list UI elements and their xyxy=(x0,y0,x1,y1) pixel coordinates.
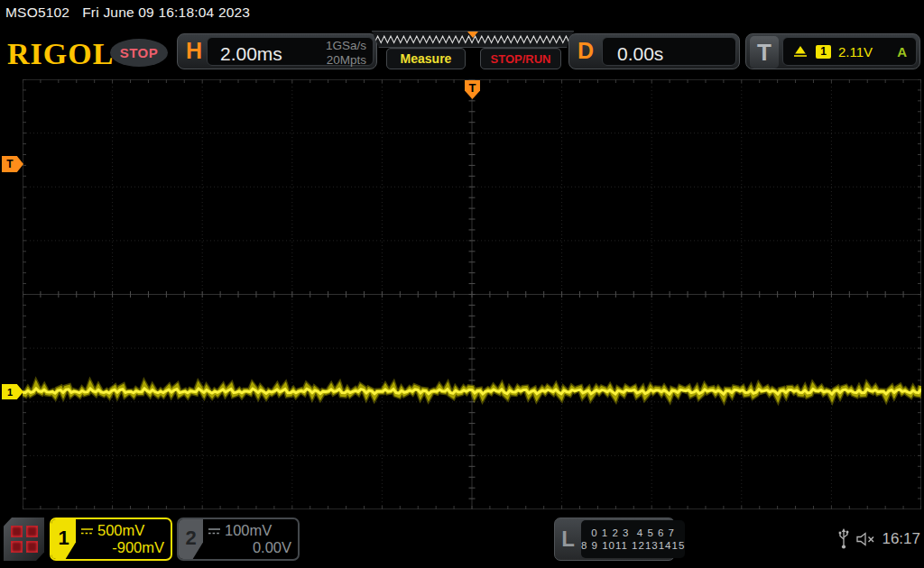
channel1-offset: -900mV xyxy=(80,539,164,556)
menu-grid-square xyxy=(11,541,23,553)
preview-trigger-position-icon[interactable] xyxy=(467,32,478,38)
channel1-info: 500mV -900mV xyxy=(76,519,171,559)
usb-icon[interactable] xyxy=(837,527,850,551)
delay-inner-panel: 0.00s xyxy=(602,37,736,66)
speaker-muted-icon[interactable] xyxy=(856,532,875,546)
horizontal-label: H xyxy=(186,38,202,64)
trigger-inner-panel: 1 2.11V A xyxy=(782,37,917,66)
channel1-widget[interactable]: 1 500mV -900mV xyxy=(50,518,172,561)
timebase-value: 2.00ms xyxy=(220,43,282,65)
delay-label: D xyxy=(578,38,594,64)
menu-grid-square xyxy=(26,526,38,537)
trigger-level-value: 2.11V xyxy=(838,44,873,60)
horizontal-inner-panel: 2.00ms 1GSa/s 20Mpts xyxy=(207,37,374,66)
menu-grid-square xyxy=(26,541,38,553)
delay-widget[interactable]: D 0.00s xyxy=(568,33,740,69)
trigger-sweep-mode: A xyxy=(897,44,907,60)
stop-run-button[interactable]: STOP/RUN xyxy=(480,48,561,69)
channel2-number-tab: 2 xyxy=(179,519,203,559)
channel2-info: 100mV 0.00V xyxy=(203,519,298,559)
menu-grid-square xyxy=(11,526,23,537)
status-bar: MSO5102Fri June 09 16:18:04 2023 xyxy=(5,5,250,21)
delay-value: 0.00s xyxy=(617,43,663,65)
dc-coupling-icon xyxy=(80,527,94,536)
measure-button[interactable]: Measure xyxy=(386,48,466,69)
menu-grid-icon[interactable] xyxy=(4,518,44,561)
trigger-label: T xyxy=(750,36,779,69)
rising-edge-trigger-icon xyxy=(792,44,808,59)
datetime: Fri June 09 16:18:04 2023 xyxy=(82,5,250,20)
graticule xyxy=(23,79,921,509)
waveform-preview-strip[interactable] xyxy=(372,31,574,48)
horizontal-timebase-widget[interactable]: H 2.00ms 1GSa/s 20Mpts xyxy=(177,33,377,69)
oscilloscope-screen: MSO5102Fri June 09 16:18:04 2023 RIGOL S… xyxy=(0,0,924,568)
logic-channels-widget[interactable]: L 0 1 2 3 4 5 6 7 8 9 1011 12131415 xyxy=(554,518,675,561)
logic-row-2: 8 9 1011 12131415 xyxy=(581,539,685,552)
system-clock: 16:17 xyxy=(882,530,920,548)
channel2-scale: 100mV xyxy=(225,522,272,539)
trigger-widget[interactable]: T 1 2.11V A xyxy=(745,33,920,69)
channel2-widget[interactable]: 2 100mV 0.00V xyxy=(177,518,300,561)
logic-label: L xyxy=(555,518,581,560)
channel1-position-marker[interactable]: 1 xyxy=(2,384,23,399)
sample-rate: 1GSa/s xyxy=(326,39,366,53)
dc-coupling-icon xyxy=(208,527,221,536)
logic-row-1: 0 1 2 3 4 5 6 7 xyxy=(591,527,675,539)
channel1-number-tab: 1 xyxy=(51,519,76,559)
channel2-offset: 0.00V xyxy=(208,539,291,556)
acquisition-status-badge: STOP xyxy=(110,39,168,67)
rigol-logo: RIGOL xyxy=(7,37,114,71)
trigger-level-marker[interactable]: T xyxy=(2,156,23,172)
trigger-source-badge: 1 xyxy=(816,45,831,59)
logic-channel-list: 0 1 2 3 4 5 6 7 8 9 1011 12131415 xyxy=(581,520,685,558)
memory-depth: 20Mpts xyxy=(326,53,366,68)
system-tray: 16:17 xyxy=(837,527,920,551)
channel1-scale: 500mV xyxy=(97,522,144,539)
model-name: MSO5102 xyxy=(5,5,69,20)
acquisition-rates: 1GSa/s 20Mpts xyxy=(326,39,366,68)
